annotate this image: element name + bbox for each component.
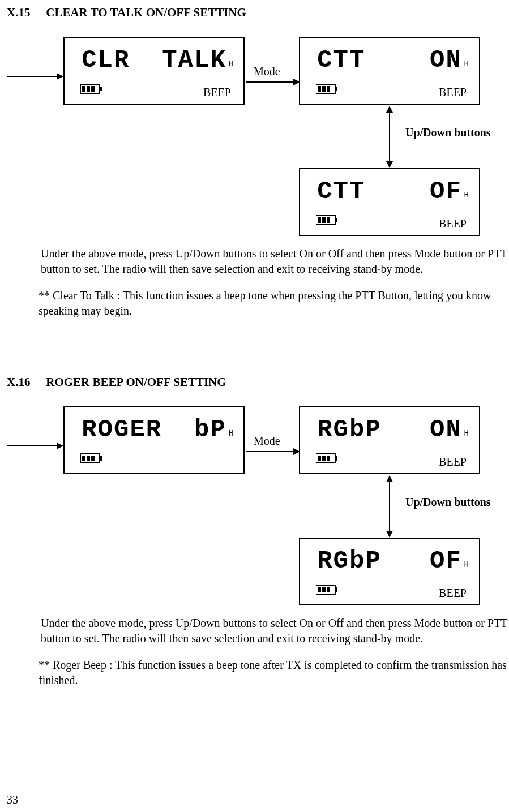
svg-rect-20 xyxy=(322,217,326,223)
h-indicator: H xyxy=(464,560,469,569)
beep-label: BEEP xyxy=(203,86,231,99)
battery-icon xyxy=(316,585,339,598)
svg-rect-6 xyxy=(91,86,95,92)
battery-icon xyxy=(316,215,339,228)
svg-rect-10 xyxy=(335,87,337,91)
h-indicator: H xyxy=(229,429,233,438)
paragraph-x16-1: Under the above mode, press Up/Down butt… xyxy=(41,616,509,646)
battery-icon xyxy=(316,453,339,466)
svg-rect-42 xyxy=(322,587,326,592)
lcd-on: CTT ON H BEEP xyxy=(299,37,480,105)
svg-marker-23 xyxy=(57,442,63,449)
svg-rect-13 xyxy=(327,86,330,92)
h-indicator: H xyxy=(464,429,469,438)
arrow-mode-icon xyxy=(246,76,302,88)
lcd-entry-text: CLR TALK xyxy=(76,46,232,74)
svg-marker-1 xyxy=(57,73,63,80)
svg-rect-43 xyxy=(327,587,330,592)
battery-icon xyxy=(80,453,103,466)
diagram-x16: ROGER bP H Mode RGbP ON H BEEP Up/Down b… xyxy=(61,406,509,616)
section-heading-x16: X.16 ROGER BEEP ON/OFF SETTING xyxy=(7,375,509,389)
svg-rect-33 xyxy=(318,456,321,461)
lcd-off-text: RGbP OF xyxy=(311,547,468,575)
section-title: CLEAR TO TALK ON/OFF SETTING xyxy=(46,6,246,19)
h-indicator: H xyxy=(464,59,469,68)
paragraph-x15-note: ** Clear To Talk : This function issues … xyxy=(39,288,509,319)
h-indicator: H xyxy=(464,191,469,200)
svg-rect-35 xyxy=(327,456,330,461)
page-number: 33 xyxy=(7,793,18,806)
arrow-into-entry-icon xyxy=(7,71,63,82)
svg-rect-3 xyxy=(100,87,102,91)
h-indicator: H xyxy=(229,59,233,68)
updown-label: Up/Down buttons xyxy=(405,126,491,139)
svg-rect-5 xyxy=(87,86,90,92)
lcd-off-text: CTT OF xyxy=(311,177,468,205)
diagram-x15: CLR TALK H BEEP Mode CTT ON H BEEP Up/Do… xyxy=(61,37,509,246)
svg-rect-34 xyxy=(322,456,326,461)
section-title: ROGER BEEP ON/OFF SETTING xyxy=(46,375,226,389)
svg-rect-12 xyxy=(322,86,326,92)
svg-rect-41 xyxy=(318,587,321,592)
battery-icon xyxy=(316,84,339,97)
svg-rect-21 xyxy=(327,217,330,223)
beep-label: BEEP xyxy=(439,456,467,469)
lcd-on-text: CTT ON xyxy=(311,46,468,74)
svg-rect-18 xyxy=(335,218,337,222)
svg-marker-38 xyxy=(386,531,393,538)
lcd-off: RGbP OF H BEEP xyxy=(299,538,480,605)
arrow-into-entry-icon xyxy=(7,440,63,452)
arrow-updown-icon xyxy=(384,475,395,538)
beep-label: BEEP xyxy=(439,86,467,99)
svg-rect-4 xyxy=(82,86,85,92)
beep-label: BEEP xyxy=(439,587,467,600)
lcd-entry-text: ROGER bP xyxy=(76,415,232,444)
section-number: X.16 xyxy=(7,375,43,389)
svg-rect-40 xyxy=(335,587,337,592)
lcd-on: RGbP ON H BEEP xyxy=(299,406,480,474)
section-heading-x15: X.15 CLEAR TO TALK ON/OFF SETTING xyxy=(7,6,509,20)
svg-marker-16 xyxy=(386,161,393,168)
arrow-mode-icon xyxy=(246,446,302,457)
section-number: X.15 xyxy=(7,6,43,20)
svg-rect-11 xyxy=(318,86,321,92)
svg-rect-27 xyxy=(87,456,90,461)
lcd-entry: CLR TALK H BEEP xyxy=(63,37,245,105)
updown-label: Up/Down buttons xyxy=(405,496,491,509)
svg-rect-28 xyxy=(91,456,95,461)
lcd-off: CTT OF H BEEP xyxy=(299,168,480,236)
svg-rect-26 xyxy=(82,456,85,461)
paragraph-x15-1: Under the above mode, press Up/Down butt… xyxy=(41,246,509,277)
battery-icon xyxy=(80,84,103,97)
svg-rect-19 xyxy=(318,217,321,223)
arrow-updown-icon xyxy=(384,106,395,168)
lcd-on-text: RGbP ON xyxy=(311,415,468,444)
beep-label: BEEP xyxy=(439,217,467,230)
paragraph-x16-note: ** Roger Beep : This function issues a b… xyxy=(39,658,509,688)
lcd-entry: ROGER bP H xyxy=(63,406,245,474)
svg-rect-32 xyxy=(335,456,337,461)
svg-rect-25 xyxy=(100,456,102,461)
